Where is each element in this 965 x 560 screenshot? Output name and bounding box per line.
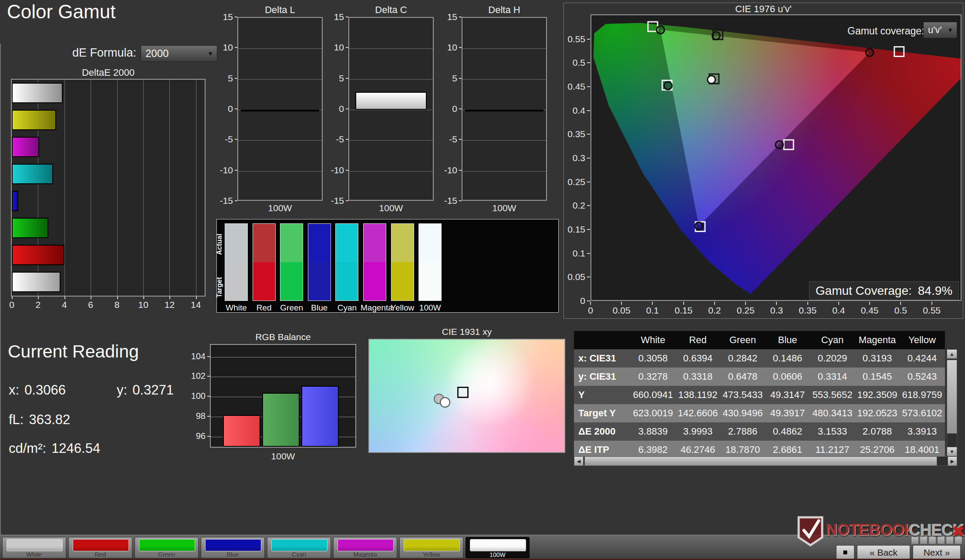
stop-button[interactable]: ■: [836, 545, 854, 560]
swatch-column-yellow: [391, 223, 414, 301]
table-row-label: y: CIE31: [574, 371, 631, 382]
table-cell: 0.6478: [720, 371, 765, 382]
table-header-red: Red: [675, 334, 720, 346]
axis-tick: [143, 297, 144, 299]
cie1931-field: [368, 339, 565, 453]
pattern-swatch: [271, 539, 327, 551]
mini-x-label: 100W: [348, 203, 434, 213]
next-button[interactable]: Next »: [913, 545, 961, 560]
v-scrollbar-thumb[interactable]: [947, 360, 957, 434]
axis-tick: [621, 302, 622, 305]
target-swatch: [336, 262, 358, 300]
scroll-left-icon[interactable]: ◀: [574, 456, 584, 466]
y-tick-label: 0: [436, 104, 457, 114]
gamut-coverage-readout: Gamut Coverage: 84.9%: [809, 281, 959, 300]
gridline: [211, 357, 355, 358]
u-tick-label: 0.3: [765, 305, 788, 316]
u-tick-label: 0.55: [921, 305, 943, 316]
pattern-button-yellow[interactable]: Yellow: [399, 537, 463, 558]
v-tick-label: 0.45: [563, 81, 585, 92]
rgb-tick-label: 96: [186, 431, 206, 441]
target-swatch: [419, 262, 441, 300]
scroll-down-icon[interactable]: ▼: [947, 447, 957, 456]
axis-tick: [38, 297, 39, 299]
pattern-button-red[interactable]: Red: [68, 537, 132, 558]
v-tick-label: 0.2: [563, 200, 585, 211]
axis-tick: [459, 108, 462, 109]
gamut-coverage-value: 84.9%: [918, 284, 952, 298]
y-tick-label: -10: [323, 165, 344, 175]
scroll-up-icon[interactable]: ▲: [947, 349, 957, 359]
pattern-button-100w[interactable]: 100W: [466, 537, 530, 558]
u-tick-label: 0.1: [641, 305, 664, 316]
deltae-bar-magenta: [12, 137, 39, 157]
table-cell: 25.2706: [855, 444, 900, 455]
reading-cdm2: cd/m²:1246.54: [9, 441, 100, 456]
table-cell: 473.5433: [720, 389, 765, 401]
notebookcheck-logo-icon: [796, 516, 825, 547]
table-cell: 142.6606: [675, 408, 720, 419]
pattern-swatch: [73, 539, 129, 551]
target-swatch: [391, 262, 414, 300]
swatch-name: Blue: [305, 303, 334, 313]
cie1976-title: CIE 1976 u'v': [563, 3, 963, 15]
y-tick-label: 10: [323, 42, 344, 53]
y-tick-label: 15: [436, 12, 457, 22]
pattern-label: Green: [135, 551, 198, 558]
rgb-x-label: 100W: [210, 451, 356, 462]
axis-tick: [683, 302, 684, 305]
pattern-button-magenta[interactable]: Magenta: [333, 537, 397, 558]
axis-tick: [900, 302, 901, 305]
back-button[interactable]: « Back: [857, 545, 910, 560]
axis-tick: [196, 297, 197, 299]
table-cell: 0.2842: [720, 353, 765, 364]
axis-tick: [235, 47, 237, 48]
pattern-button-white[interactable]: White: [2, 537, 66, 558]
pattern-label: Blue: [201, 551, 264, 558]
table-row: y: CIE310.32780.33180.64780.06060.33140.…: [574, 368, 945, 386]
v-tick-label: 0.3: [563, 153, 585, 163]
measured-marker-cyan: [664, 82, 672, 90]
table-cell: 138.1192: [675, 389, 720, 401]
scroll-right-icon[interactable]: ▶: [948, 456, 957, 466]
cie1931-title: CIE 1931 xy: [368, 327, 565, 337]
y-tick-label: 5: [323, 73, 344, 84]
pattern-button-green[interactable]: Green: [135, 537, 199, 558]
v-tick-label: 0: [563, 296, 585, 306]
de-formula-dropdown[interactable]: 2000 ▼: [141, 45, 217, 62]
axis-tick: [117, 297, 118, 299]
reading-y: y:0.3271: [117, 382, 174, 398]
gridline: [211, 377, 355, 377]
rgb-balance-title: RGB Balance: [210, 332, 356, 342]
deltae-chart: [11, 79, 206, 297]
y-tick-label: -5: [212, 134, 233, 145]
u-tick-label: 0.5: [889, 305, 912, 316]
y-tick-label: 0: [323, 104, 344, 114]
v-tick-label: 0.5: [563, 57, 585, 68]
pattern-button-blue[interactable]: Blue: [201, 537, 265, 558]
chevron-down-icon: ▼: [947, 27, 957, 34]
y-tick-label: 5: [436, 73, 457, 84]
table-cell: 0.3058: [631, 353, 675, 364]
swatch-column-blue: [308, 223, 331, 301]
pattern-swatch: [470, 539, 526, 551]
de-formula-label: dE Formula:: [72, 46, 136, 60]
actual-swatch: [391, 224, 414, 262]
v-tick-label: 0.15: [563, 224, 585, 235]
table-cell: 0.4244: [900, 353, 945, 364]
table-row-label: Y: [574, 389, 631, 401]
table-cell: 2.6861: [765, 444, 810, 455]
results-table-body: WhiteRedGreenBlueCyanMagentaYellowx: CIE…: [574, 331, 945, 456]
table-cell: 618.9759: [900, 389, 945, 401]
deltae-chart-title: DeltaE 2000: [11, 67, 206, 78]
swatch-column-magenta: [363, 223, 386, 301]
deltae-bar-white: [12, 83, 63, 103]
h-scrollbar-thumb[interactable]: [584, 456, 937, 466]
pattern-button-cyan[interactable]: Cyan: [267, 537, 331, 558]
axis-tick: [587, 182, 590, 182]
gamut-coverage-dropdown[interactable]: u'v' ▼: [923, 22, 957, 38]
deltae-bar-cyan: [12, 164, 53, 184]
axis-tick: [169, 297, 170, 299]
table-cell: 3.3913: [900, 426, 945, 437]
axis-tick: [64, 297, 65, 299]
